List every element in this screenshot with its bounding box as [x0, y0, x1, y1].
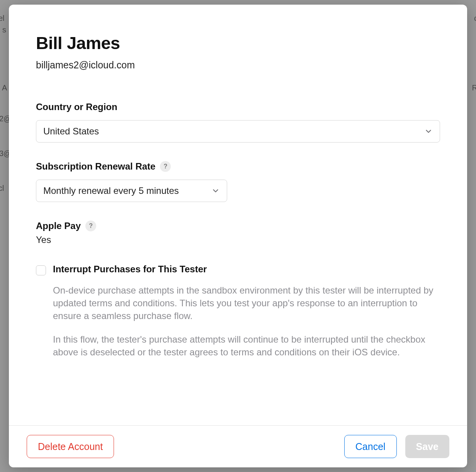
apple-pay-value: Yes: [36, 234, 440, 245]
country-region-value: United States: [43, 126, 99, 137]
interrupt-purchases-label: Interrupt Purchases for This Tester: [53, 264, 207, 275]
background-text: s: [2, 25, 6, 34]
help-icon[interactable]: ?: [85, 221, 96, 231]
renewal-rate-value: Monthly renewal every 5 minutes: [43, 185, 179, 196]
interrupt-purchases-checkbox[interactable]: [36, 265, 46, 275]
background-text: cl: [0, 184, 4, 193]
help-icon[interactable]: ?: [160, 161, 171, 172]
country-region-field: Country or Region United States: [36, 102, 440, 143]
modal-body: Bill James billjames2@icloud.com Country…: [9, 5, 467, 425]
modal-footer: Delete Account Cancel Save: [9, 425, 467, 467]
background-text: o: [474, 14, 476, 23]
chevron-down-icon: [424, 127, 433, 136]
background-text: el: [0, 14, 5, 23]
renewal-rate-select[interactable]: Monthly renewal every 5 minutes: [36, 180, 227, 202]
interrupt-purchases-description: On-device purchase attempts in the sandb…: [53, 284, 440, 359]
interrupt-purchases-field: Interrupt Purchases for This Tester On-d…: [36, 264, 440, 359]
delete-account-button[interactable]: Delete Account: [27, 435, 114, 458]
tester-settings-modal: Bill James billjames2@icloud.com Country…: [9, 5, 467, 467]
apple-pay-label: Apple Pay: [36, 221, 81, 231]
cancel-button[interactable]: Cancel: [344, 435, 397, 458]
background-text: ( A: [0, 83, 7, 92]
renewal-rate-label: Subscription Renewal Rate: [36, 161, 155, 172]
tester-email: billjames2@icloud.com: [36, 59, 440, 71]
tester-name: Bill James: [36, 33, 440, 53]
chevron-down-icon: [211, 187, 220, 195]
country-region-label: Country or Region: [36, 102, 117, 112]
country-region-select[interactable]: United States: [36, 120, 440, 143]
apple-pay-field: Apple Pay ? Yes: [36, 221, 440, 245]
background-text: R: [472, 83, 476, 92]
renewal-rate-field: Subscription Renewal Rate ? Monthly rene…: [36, 161, 440, 202]
save-button[interactable]: Save: [405, 435, 449, 458]
